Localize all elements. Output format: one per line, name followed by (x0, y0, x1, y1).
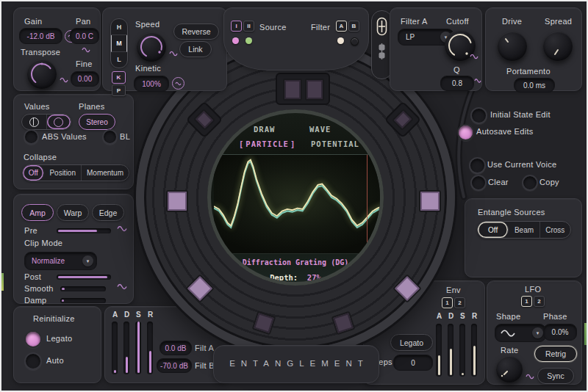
entangle-off[interactable]: Off (478, 222, 509, 238)
ring-pad[interactable] (283, 79, 302, 101)
tab-edge[interactable]: Edge (92, 204, 124, 221)
entangle-cross[interactable]: Cross (540, 222, 570, 238)
amp-release-slider[interactable] (147, 322, 153, 374)
copy-radio[interactable] (522, 175, 538, 191)
autosave-edits-radio[interactable] (457, 124, 474, 141)
kinetic-mod-wave-icon[interactable] (172, 77, 184, 90)
speed-mod-wave-icon[interactable] (169, 51, 178, 57)
depth-readout[interactable]: Depth: _27% (211, 273, 380, 282)
entangle-beam[interactable]: Beam (509, 222, 539, 238)
rate-knob[interactable] (496, 356, 523, 382)
hml-h[interactable]: H (111, 19, 127, 35)
ring-pad-bottom-left[interactable] (185, 274, 215, 303)
amp-attack-slider[interactable] (112, 322, 118, 374)
tab-wave[interactable]: WAVE (309, 125, 331, 134)
shape-dropdown[interactable]: ▾ (495, 324, 546, 342)
source-i-button[interactable]: I (231, 21, 242, 32)
tab-particle[interactable]: PARTICLE (239, 139, 295, 148)
ring-pad[interactable] (193, 109, 215, 131)
abs-values-radio[interactable] (24, 129, 39, 145)
collapse-off[interactable]: Off (23, 165, 44, 181)
env-attack-slider[interactable] (436, 324, 442, 377)
env-decay-slider[interactable] (448, 324, 453, 377)
post-slider[interactable] (57, 275, 111, 280)
gain-value[interactable]: -12.0 dB (19, 28, 62, 44)
tab-potential[interactable]: POTENTIAL (311, 139, 359, 148)
tab-draw[interactable]: DRAW (254, 125, 275, 134)
clear-radio[interactable] (470, 175, 487, 191)
pre-mod-wave-icon[interactable] (117, 225, 127, 232)
chevron-down-icon[interactable]: ▾ (82, 255, 93, 266)
routing-serial-icon[interactable] (375, 17, 389, 36)
collapse-momentum[interactable]: Momentum (82, 165, 129, 181)
fine-value[interactable]: 0.00 (71, 71, 99, 87)
pan-mod-wave-icon[interactable] (82, 47, 90, 53)
legato-radio[interactable] (24, 330, 42, 348)
filt-a-value[interactable]: 0.0 dB (159, 341, 192, 355)
q-value[interactable]: 0.8 (440, 76, 474, 91)
kinetic-value[interactable]: 100% (134, 76, 169, 92)
waveform-view[interactable]: DG (214, 154, 384, 254)
bl-radio[interactable] (102, 129, 118, 145)
transpose-mod-wave-icon[interactable] (60, 77, 68, 83)
rate-mod-wave-icon[interactable] (526, 374, 534, 380)
ring-pad[interactable] (392, 109, 414, 131)
env-release-slider[interactable] (471, 324, 477, 377)
amp-decay-slider[interactable] (123, 322, 129, 374)
smooth-mod-wave-icon[interactable] (117, 283, 127, 290)
q-mod-wave-icon[interactable] (474, 78, 481, 84)
damp-slider[interactable] (60, 298, 106, 303)
ring-pad-left[interactable] (166, 190, 188, 212)
kinetic-k-button[interactable]: K (112, 71, 126, 84)
stereo-button[interactable]: Stereo (79, 114, 115, 130)
tab-amp[interactable]: Amp (21, 204, 54, 221)
mode-caption[interactable]: [ Diffraction Grating (DG) ] (211, 258, 380, 266)
source-ii-button[interactable]: II (243, 21, 254, 32)
clip-mode-dropdown[interactable]: Normalize ▾ (24, 252, 97, 270)
dg-marker-line[interactable] (367, 155, 368, 253)
collapse-position[interactable]: Position (44, 165, 82, 181)
kinetic-p-button[interactable]: P (112, 84, 126, 96)
env-legato-button[interactable]: Legato (390, 334, 433, 351)
drive-knob[interactable] (498, 32, 527, 61)
auto-radio[interactable] (24, 352, 42, 370)
amp-sustain-slider[interactable] (135, 322, 141, 374)
speed-knob[interactable] (137, 32, 166, 62)
chevron-down-icon[interactable]: ▾ (532, 327, 543, 338)
ring-pad[interactable] (252, 311, 276, 335)
ring-pad[interactable] (331, 311, 356, 335)
lfo-2-button[interactable]: 2 (534, 296, 545, 307)
spread-knob[interactable] (543, 32, 573, 61)
depth-value[interactable]: _27% (302, 273, 320, 282)
pan-value[interactable]: 0.0 C (70, 28, 99, 44)
routing-parallel-icon[interactable] (377, 43, 387, 59)
use-current-voice-radio[interactable] (469, 157, 486, 174)
env-sustain-slider[interactable] (459, 324, 465, 377)
initial-state-edit-radio[interactable] (470, 107, 487, 124)
filter-b-button[interactable]: B (348, 21, 359, 32)
ring-pad-bottom-right[interactable] (392, 274, 422, 303)
values-mode-toggle[interactable] (21, 114, 71, 130)
env-1-button[interactable]: 1 (442, 297, 453, 308)
tab-warp[interactable]: Warp (57, 204, 89, 221)
filt-b-value[interactable]: -70.0 dB (157, 358, 192, 373)
pre-slider[interactable] (57, 228, 111, 233)
env-2-button[interactable]: 2 (454, 297, 465, 308)
retrig-button[interactable]: Retrig (534, 346, 577, 362)
reverse-button[interactable]: Reverse (173, 23, 219, 40)
ring-pad[interactable] (305, 79, 324, 101)
reps-value[interactable]: 0 (393, 355, 433, 371)
link-button[interactable]: Link (179, 41, 212, 57)
hml-m[interactable]: M (111, 35, 127, 51)
filter-a-button[interactable]: A (336, 21, 347, 32)
values-mode-split-icon[interactable] (22, 115, 47, 129)
lfo-1-button[interactable]: 1 (521, 296, 532, 307)
smooth-slider[interactable] (60, 286, 106, 291)
portamento-value[interactable]: 0.0 ms (514, 78, 555, 92)
cutoff-mod-wave-icon[interactable] (470, 54, 478, 59)
phase-value[interactable]: 0.0% (543, 324, 577, 341)
sync-button[interactable]: Sync (537, 368, 574, 384)
transpose-knob[interactable] (27, 59, 57, 89)
ring-pad-right[interactable] (419, 190, 441, 212)
values-mode-circle-icon[interactable] (47, 115, 71, 129)
